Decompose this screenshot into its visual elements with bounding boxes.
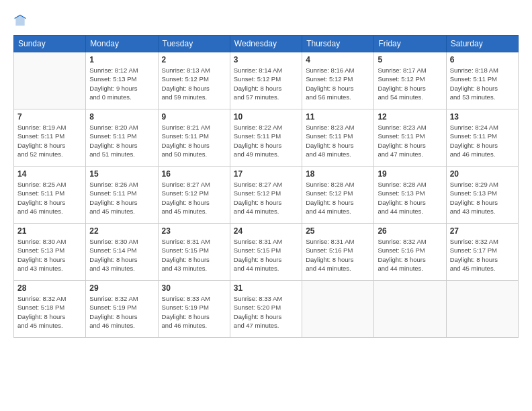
day-info: Sunrise: 8:19 AM Sunset: 5:11 PM Dayligh…	[17, 123, 82, 158]
calendar-cell	[374, 281, 446, 338]
calendar-cell: 21Sunrise: 8:30 AM Sunset: 5:13 PM Dayli…	[14, 224, 86, 281]
weekday-header-wednesday: Wednesday	[230, 36, 302, 52]
day-info: Sunrise: 8:33 AM Sunset: 5:20 PM Dayligh…	[234, 294, 298, 330]
day-number: 11	[306, 112, 370, 122]
calendar-cell: 31Sunrise: 8:33 AM Sunset: 5:20 PM Dayli…	[230, 281, 302, 338]
calendar: SundayMondayTuesdayWednesdayThursdayFrid…	[13, 35, 519, 338]
day-number: 13	[450, 112, 515, 122]
weekday-header-thursday: Thursday	[302, 36, 374, 52]
day-number: 7	[17, 112, 82, 122]
calendar-header: SundayMondayTuesdayWednesdayThursdayFrid…	[14, 36, 519, 52]
calendar-cell: 18Sunrise: 8:28 AM Sunset: 5:12 PM Dayli…	[302, 167, 374, 224]
calendar-cell: 13Sunrise: 8:24 AM Sunset: 5:11 PM Dayli…	[446, 109, 518, 167]
calendar-cell	[302, 281, 374, 338]
day-info: Sunrise: 8:12 AM Sunset: 5:13 PM Dayligh…	[89, 66, 154, 101]
logo-icon	[13, 13, 27, 27]
calendar-week-3: 14Sunrise: 8:25 AM Sunset: 5:11 PM Dayli…	[14, 167, 519, 224]
day-number: 31	[234, 283, 298, 293]
day-info: Sunrise: 8:22 AM Sunset: 5:11 PM Dayligh…	[234, 123, 298, 158]
day-number: 18	[306, 169, 370, 179]
day-info: Sunrise: 8:32 AM Sunset: 5:19 PM Dayligh…	[89, 294, 154, 330]
calendar-cell: 1Sunrise: 8:12 AM Sunset: 5:13 PM Daylig…	[86, 52, 158, 109]
calendar-cell: 25Sunrise: 8:31 AM Sunset: 5:16 PM Dayli…	[302, 224, 374, 281]
calendar-cell: 29Sunrise: 8:32 AM Sunset: 5:19 PM Dayli…	[86, 281, 158, 338]
calendar-cell	[14, 52, 86, 109]
day-number: 17	[234, 169, 298, 179]
day-info: Sunrise: 8:23 AM Sunset: 5:11 PM Dayligh…	[306, 123, 370, 158]
day-info: Sunrise: 8:18 AM Sunset: 5:11 PM Dayligh…	[450, 66, 515, 101]
weekday-header-sunday: Sunday	[14, 36, 86, 52]
weekday-header-monday: Monday	[86, 36, 158, 52]
calendar-cell: 28Sunrise: 8:32 AM Sunset: 5:18 PM Dayli…	[14, 281, 86, 338]
day-number: 5	[378, 55, 442, 64]
calendar-cell: 8Sunrise: 8:20 AM Sunset: 5:11 PM Daylig…	[86, 109, 158, 167]
calendar-week-2: 7Sunrise: 8:19 AM Sunset: 5:11 PM Daylig…	[14, 109, 519, 167]
day-number: 27	[450, 226, 515, 236]
calendar-cell: 11Sunrise: 8:23 AM Sunset: 5:11 PM Dayli…	[302, 109, 374, 167]
day-info: Sunrise: 8:14 AM Sunset: 5:12 PM Dayligh…	[234, 66, 298, 101]
day-number: 26	[378, 226, 442, 236]
logo	[13, 13, 30, 27]
day-info: Sunrise: 8:33 AM Sunset: 5:19 PM Dayligh…	[162, 294, 226, 330]
weekday-header-row: SundayMondayTuesdayWednesdayThursdayFrid…	[14, 36, 519, 52]
calendar-cell: 7Sunrise: 8:19 AM Sunset: 5:11 PM Daylig…	[14, 109, 86, 167]
calendar-cell: 2Sunrise: 8:13 AM Sunset: 5:12 PM Daylig…	[158, 52, 230, 109]
weekday-header-saturday: Saturday	[446, 36, 518, 52]
day-number: 8	[89, 112, 154, 122]
calendar-body: 1Sunrise: 8:12 AM Sunset: 5:13 PM Daylig…	[14, 52, 519, 338]
calendar-cell: 24Sunrise: 8:31 AM Sunset: 5:15 PM Dayli…	[230, 224, 302, 281]
day-info: Sunrise: 8:32 AM Sunset: 5:18 PM Dayligh…	[17, 294, 82, 330]
calendar-cell: 3Sunrise: 8:14 AM Sunset: 5:12 PM Daylig…	[230, 52, 302, 109]
calendar-cell: 19Sunrise: 8:28 AM Sunset: 5:13 PM Dayli…	[374, 167, 446, 224]
day-info: Sunrise: 8:13 AM Sunset: 5:12 PM Dayligh…	[162, 66, 226, 101]
calendar-week-5: 28Sunrise: 8:32 AM Sunset: 5:18 PM Dayli…	[14, 281, 519, 338]
calendar-week-1: 1Sunrise: 8:12 AM Sunset: 5:13 PM Daylig…	[14, 52, 519, 109]
day-info: Sunrise: 8:17 AM Sunset: 5:12 PM Dayligh…	[378, 66, 442, 101]
calendar-cell: 17Sunrise: 8:27 AM Sunset: 5:12 PM Dayli…	[230, 167, 302, 224]
day-number: 29	[89, 283, 154, 293]
day-number: 25	[306, 226, 370, 236]
day-number: 23	[162, 226, 226, 236]
day-info: Sunrise: 8:30 AM Sunset: 5:14 PM Dayligh…	[89, 237, 154, 273]
calendar-cell: 16Sunrise: 8:27 AM Sunset: 5:12 PM Dayli…	[158, 167, 230, 224]
calendar-cell: 14Sunrise: 8:25 AM Sunset: 5:11 PM Dayli…	[14, 167, 86, 224]
day-number: 19	[378, 169, 442, 179]
day-info: Sunrise: 8:31 AM Sunset: 5:15 PM Dayligh…	[162, 237, 226, 273]
calendar-cell: 9Sunrise: 8:21 AM Sunset: 5:11 PM Daylig…	[158, 109, 230, 167]
day-info: Sunrise: 8:23 AM Sunset: 5:11 PM Dayligh…	[378, 123, 442, 158]
day-number: 6	[450, 55, 515, 64]
day-info: Sunrise: 8:27 AM Sunset: 5:12 PM Dayligh…	[162, 180, 226, 216]
day-number: 9	[162, 112, 226, 122]
day-info: Sunrise: 8:32 AM Sunset: 5:16 PM Dayligh…	[378, 237, 442, 273]
day-info: Sunrise: 8:31 AM Sunset: 5:15 PM Dayligh…	[234, 237, 298, 273]
day-number: 16	[162, 169, 226, 179]
calendar-cell: 12Sunrise: 8:23 AM Sunset: 5:11 PM Dayli…	[374, 109, 446, 167]
calendar-cell: 10Sunrise: 8:22 AM Sunset: 5:11 PM Dayli…	[230, 109, 302, 167]
day-info: Sunrise: 8:16 AM Sunset: 5:12 PM Dayligh…	[306, 66, 370, 101]
day-number: 22	[89, 226, 154, 236]
day-number: 4	[306, 55, 370, 64]
calendar-cell: 15Sunrise: 8:26 AM Sunset: 5:11 PM Dayli…	[86, 167, 158, 224]
weekday-header-tuesday: Tuesday	[158, 36, 230, 52]
calendar-cell: 4Sunrise: 8:16 AM Sunset: 5:12 PM Daylig…	[302, 52, 374, 109]
day-number: 24	[234, 226, 298, 236]
day-number: 30	[162, 283, 226, 293]
day-number: 10	[234, 112, 298, 122]
calendar-cell: 30Sunrise: 8:33 AM Sunset: 5:19 PM Dayli…	[158, 281, 230, 338]
calendar-cell: 26Sunrise: 8:32 AM Sunset: 5:16 PM Dayli…	[374, 224, 446, 281]
day-info: Sunrise: 8:30 AM Sunset: 5:13 PM Dayligh…	[17, 237, 82, 273]
day-number: 14	[17, 169, 82, 179]
calendar-cell: 5Sunrise: 8:17 AM Sunset: 5:12 PM Daylig…	[374, 52, 446, 109]
day-number: 12	[378, 112, 442, 122]
calendar-cell: 27Sunrise: 8:32 AM Sunset: 5:17 PM Dayli…	[446, 224, 518, 281]
day-number: 28	[17, 283, 82, 293]
page: SundayMondayTuesdayWednesdayThursdayFrid…	[0, 0, 532, 411]
day-info: Sunrise: 8:20 AM Sunset: 5:11 PM Dayligh…	[89, 123, 154, 158]
calendar-cell	[446, 281, 518, 338]
calendar-week-4: 21Sunrise: 8:30 AM Sunset: 5:13 PM Dayli…	[14, 224, 519, 281]
day-info: Sunrise: 8:26 AM Sunset: 5:11 PM Dayligh…	[89, 180, 154, 216]
header	[13, 13, 519, 27]
day-info: Sunrise: 8:24 AM Sunset: 5:11 PM Dayligh…	[450, 123, 515, 158]
calendar-cell: 22Sunrise: 8:30 AM Sunset: 5:14 PM Dayli…	[86, 224, 158, 281]
day-info: Sunrise: 8:31 AM Sunset: 5:16 PM Dayligh…	[306, 237, 370, 273]
